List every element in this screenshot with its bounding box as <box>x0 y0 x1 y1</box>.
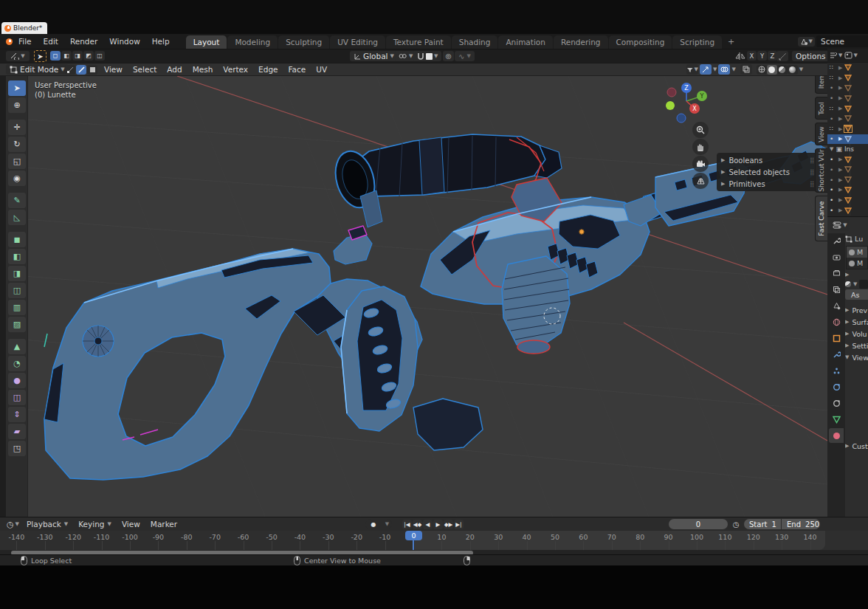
expand-arrow-icon[interactable]: ▶ <box>838 177 842 183</box>
outliner-object-row[interactable]: •▶ <box>827 175 868 185</box>
expand-arrow-icon[interactable]: ▶ <box>838 197 842 203</box>
tool-smooth[interactable]: ● <box>8 373 26 388</box>
frame-start-field[interactable]: Start1 <box>744 519 781 529</box>
expand-arrow-icon[interactable]: ▶ <box>838 75 842 81</box>
viewport-menu-vertex[interactable]: Vertex <box>218 63 253 75</box>
rifle-mesh[interactable] <box>44 134 827 480</box>
properties-tab-view-layer[interactable] <box>829 282 844 297</box>
tool-extrude-region[interactable]: ◧ <box>8 249 26 264</box>
material-slot[interactable]: M <box>847 258 867 269</box>
tool-cursor[interactable]: ⊕ <box>8 97 26 113</box>
panel-setti[interactable]: ▶Setti <box>845 340 868 351</box>
expand-arrow-icon[interactable]: ▶ <box>838 156 842 162</box>
outliner-object-row[interactable]: ∷▶ <box>827 73 868 83</box>
frame-end-field[interactable]: End250 <box>782 519 820 529</box>
transform-orientation-dropdown[interactable]: Global ▼ <box>350 51 398 61</box>
camera-view-button[interactable] <box>692 156 709 172</box>
panel-custom-properties[interactable]: ▶Cust <box>845 440 868 452</box>
drag-handle-icon[interactable]: ⣿ <box>810 169 814 176</box>
shading-material[interactable] <box>777 65 788 75</box>
panel-item-primitives[interactable]: ▶Primitives⣿ <box>717 178 819 190</box>
preview-range-toggle[interactable]: ◷ <box>730 519 742 529</box>
menu-file[interactable]: File <box>13 35 38 47</box>
tool-annotate[interactable]: ✎ <box>8 193 26 208</box>
viewport-menu-add[interactable]: Add <box>162 63 187 75</box>
tool-transform[interactable]: ◉ <box>8 171 26 186</box>
auto-key-button[interactable]: ● <box>365 519 382 529</box>
snap-cage-icon[interactable] <box>776 51 788 61</box>
workspace-tab-animation[interactable]: Animation <box>498 35 553 49</box>
mirror-y-button[interactable]: Y <box>757 51 767 61</box>
shading-wireframe[interactable] <box>757 65 767 75</box>
select-mode-subtract[interactable]: ◨ <box>72 51 83 61</box>
select-mode-intersect[interactable]: ◫ <box>94 51 105 61</box>
expand-arrow-icon[interactable]: ▶ <box>838 126 842 132</box>
properties-tab-object[interactable] <box>829 331 844 345</box>
gizmos-dropdown[interactable]: ▼ <box>713 66 717 72</box>
expand-arrow-icon[interactable]: ▶ <box>838 207 842 213</box>
properties-tab-render[interactable] <box>829 250 844 264</box>
expand-arrow-icon[interactable]: ▶ <box>838 167 842 173</box>
tool-spin[interactable]: ◔ <box>8 356 26 371</box>
properties-tab-object-data[interactable] <box>829 412 844 427</box>
active-tool-dropdown[interactable]: ▼ <box>6 51 30 61</box>
tool-loop-cut[interactable]: ▥ <box>8 300 26 315</box>
axis-y-negative[interactable] <box>666 101 675 110</box>
assign-button[interactable]: As <box>845 289 868 300</box>
tool-rip-region[interactable]: ◳ <box>8 441 26 456</box>
tool-measure[interactable]: ◺ <box>8 210 26 225</box>
active-tool-indicator[interactable]: ➤ <box>34 50 46 62</box>
properties-tab-material[interactable] <box>829 428 844 443</box>
outliner-object-row[interactable]: ∷▶ <box>827 63 868 73</box>
shading-rendered[interactable] <box>788 65 798 75</box>
tool-select-box[interactable]: ➤ <box>8 80 26 96</box>
side-tab-view[interactable]: View <box>815 123 827 145</box>
properties-tab-scene[interactable] <box>829 298 844 313</box>
menu-render[interactable]: Render <box>64 35 103 47</box>
panel-prev[interactable]: ▶Prev <box>845 304 868 316</box>
workspace-tab-shading[interactable]: Shading <box>452 35 498 49</box>
expand-arrow-icon[interactable]: ▶ <box>838 106 842 111</box>
menu-help[interactable]: Help <box>146 35 176 47</box>
tool-add-cube[interactable]: ◼ <box>8 232 26 247</box>
gizmos-toggle[interactable] <box>700 64 712 75</box>
window-tab[interactable]: Blender* <box>1 22 47 34</box>
edge-select-button[interactable] <box>76 65 86 75</box>
tool-shear[interactable]: ▰ <box>8 424 26 439</box>
panel-volu[interactable]: ▶Volu <box>845 328 868 340</box>
select-mode-extend[interactable]: ◧ <box>61 51 72 61</box>
menu-window[interactable]: Window <box>103 35 145 47</box>
add-workspace-button[interactable]: + <box>723 35 740 49</box>
prev-keyframe-button[interactable]: ◀◆ <box>413 520 422 529</box>
tool-bevel[interactable]: ◫ <box>8 283 26 298</box>
mode-dropdown[interactable]: Edit Mode ▼ <box>6 64 69 75</box>
tool-shrink-fatten[interactable]: ⇕ <box>8 407 26 422</box>
slot-specials[interactable]: ▶ <box>845 272 849 278</box>
properties-tab-constraints[interactable] <box>829 396 844 410</box>
tool-knife[interactable]: ▨ <box>8 317 26 332</box>
viewport-menu-edge[interactable]: Edge <box>253 63 283 75</box>
outliner-object-row[interactable]: •▶ <box>827 205 868 216</box>
proportional-falloff-dropdown[interactable]: ∿▼ <box>455 51 475 61</box>
play-button[interactable]: ▶ <box>433 520 443 529</box>
select-mode-invert[interactable]: ◩ <box>83 51 94 61</box>
timeline-editor-type[interactable]: ◷▼ <box>4 520 21 529</box>
expand-arrow-icon[interactable]: ▶ <box>838 116 842 122</box>
expand-arrow-icon[interactable]: ▶ <box>838 136 842 142</box>
scene-name-field[interactable]: Scene <box>816 35 868 47</box>
viewport-menu-select[interactable]: Select <box>128 63 162 75</box>
timeline-menu-marker[interactable]: Marker <box>145 518 182 530</box>
side-tab-item[interactable]: Item <box>815 76 827 94</box>
material-slot[interactable]: M <box>847 247 867 258</box>
properties-tab-tool[interactable] <box>829 233 844 248</box>
jump-end-button[interactable]: ▶| <box>454 520 464 529</box>
side-tab-shortcut-vur[interactable]: Shortcut VUr <box>815 148 827 193</box>
blender-menu-icon[interactable] <box>6 38 13 45</box>
jump-start-button[interactable]: |◀ <box>402 520 412 529</box>
drag-handle-icon[interactable]: ⣿ <box>810 181 814 187</box>
axis-x-negative[interactable] <box>667 88 676 97</box>
workspace-tab-sculpting[interactable]: Sculpting <box>278 35 329 49</box>
outliner-object-row[interactable]: •▶ <box>827 83 868 94</box>
properties-tab-output[interactable] <box>829 266 844 281</box>
panel-item-selected-objects[interactable]: ▶Selected objects⣿ <box>717 166 819 178</box>
